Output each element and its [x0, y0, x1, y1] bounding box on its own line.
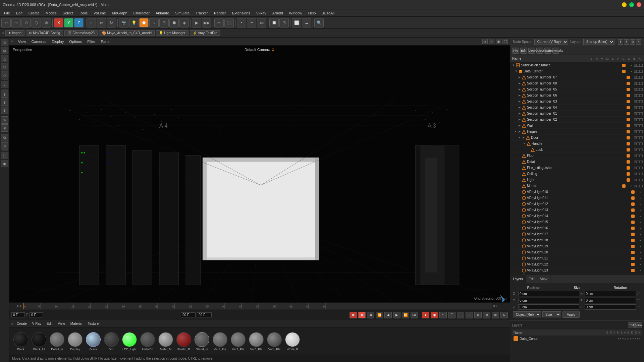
left-sidebar-btn-6[interactable]: L	[1, 81, 8, 88]
material-white-p[interactable]: White_P	[284, 331, 301, 352]
obj-row-vraylight013[interactable]: ▶ VRayLight013 ✓	[510, 207, 644, 213]
toolbar-undo[interactable]: ↩	[1, 18, 11, 27]
toolbar-extrude[interactable]: ⬛	[224, 18, 234, 27]
obj-row-section-05[interactable]: ▶ Section_number_05	[510, 86, 644, 93]
left-sidebar-btn-13[interactable]: ⊞	[1, 142, 8, 149]
toolbar-polygons[interactable]: ▭	[257, 18, 266, 27]
toolbar-floor[interactable]: ⬜	[292, 18, 301, 27]
node-space-select[interactable]: Current (V-Ray)	[534, 39, 568, 45]
transport-next-frame[interactable]: ⏩	[402, 312, 409, 318]
menu-extensions[interactable]: Extensions	[229, 10, 253, 16]
plugin-bar-menu[interactable]: ≡	[2, 31, 4, 35]
psr-size-b-input[interactable]	[585, 304, 636, 310]
toolbar-z-axis[interactable]: Z	[74, 18, 84, 27]
obj-row-data-center[interactable]: ▼ Data_Center ✓	[510, 68, 644, 74]
menu-simulate[interactable]: Simulate	[172, 10, 192, 16]
viewport-menu-view[interactable]: View	[16, 39, 28, 44]
menu-help[interactable]: Help	[306, 10, 319, 16]
panel-icon-2[interactable]: ⬇	[624, 39, 629, 45]
br-tab-view[interactable]: View	[537, 275, 550, 283]
toolbar-rotate[interactable]: ↻	[107, 18, 116, 27]
transport-dope-sheet[interactable]: ⋮⋮	[457, 312, 464, 318]
toolbar-camera[interactable]: 📷	[119, 18, 128, 27]
obj-row-vraylight022[interactable]: ▶ VRayLight022 ✓	[510, 261, 644, 267]
layers-btn-view[interactable]: View	[635, 322, 642, 328]
panel-icon-3[interactable]: ⊞	[630, 39, 635, 45]
layers-btn-edit[interactable]: Edit	[628, 322, 635, 328]
viewport-ctrl-1[interactable]: ⇲	[482, 39, 488, 44]
left-sidebar-btn-2[interactable]: ◎	[1, 47, 8, 54]
mat-menu-material[interactable]: Material	[68, 321, 85, 326]
material-black-m[interactable]: Black_M	[30, 331, 48, 352]
psr-pos-x-input[interactable]	[518, 291, 579, 296]
psr-size-p-input[interactable]	[585, 298, 636, 303]
material-var1-pla[interactable]: Var1_Pla	[211, 331, 229, 352]
obj-dot-s[interactable]	[622, 64, 626, 67]
psr-pos-z-input[interactable]	[518, 304, 579, 310]
obj-row-vraylight023[interactable]: ▶ VRayLight023 ✓	[510, 267, 644, 274]
obj-row-lock[interactable]: ▶ Lock	[510, 147, 644, 153]
panel-icon-1[interactable]: ⬆	[618, 39, 623, 45]
obj-toolbar-view[interactable]: View	[528, 48, 535, 54]
maximize-button[interactable]: □	[629, 2, 634, 7]
br-tab-edit[interactable]: Edit	[526, 275, 537, 283]
menu-tracker[interactable]: Tracker	[193, 10, 211, 16]
viewport-ctrl-2[interactable]: ⤢	[489, 39, 494, 44]
left-sidebar-btn-11[interactable]: ⊘	[1, 124, 8, 132]
transport-prev-frame[interactable]: ⏪	[376, 312, 383, 318]
menu-character[interactable]: Character	[131, 10, 152, 16]
obj-row-vraylight014[interactable]: ▶ VRayLight014 ✓	[510, 213, 644, 219]
transport-extra-3[interactable]: ⊕	[492, 312, 499, 318]
camera-settings-icon[interactable]: ⚙	[271, 48, 275, 52]
plugin-maya-arnold[interactable]: 🎨 Maya_Arnold_to_C4D_Arnold	[99, 30, 155, 36]
menu-create[interactable]: Create	[26, 10, 42, 16]
obj-row-fire-ext[interactable]: ▶ Fire_extinguisher	[510, 165, 644, 171]
menu-tools[interactable]: Tools	[76, 10, 90, 16]
obj-row-section-03[interactable]: ▶ Section_number_03	[510, 99, 644, 105]
toolbar-knife[interactable]: ✂	[214, 18, 224, 27]
material-detail-m[interactable]: Detail_m	[48, 331, 66, 352]
toolbar-polygon[interactable]: ⬟	[139, 18, 149, 27]
frame-preview-end-input[interactable]	[181, 312, 196, 317]
minimize-button[interactable]: −	[622, 2, 627, 7]
viewport-menu-filter[interactable]: Filter	[85, 39, 97, 44]
frame-start-input[interactable]	[30, 312, 43, 317]
left-sidebar-btn-7[interactable]: $	[1, 90, 8, 98]
material-var2-pla[interactable]: Var2_Pla	[229, 331, 247, 352]
toolbar-new-obj[interactable]: ⊕	[42, 18, 51, 27]
obj-row-vraylight017[interactable]: ▶ VRayLight017 ✓	[510, 231, 644, 237]
menu-3dtoall[interactable]: 3DToAll	[319, 10, 337, 16]
obj-row-light[interactable]: ▶ Light	[510, 177, 644, 183]
material-var4-pla[interactable]: Var4_Pla	[266, 331, 283, 352]
obj-row-vraylight012[interactable]: ▶ VRayLight012 ✓	[510, 201, 644, 207]
transport-play-forward[interactable]: ▶	[393, 312, 400, 318]
expand-subdivision[interactable]: ▼	[512, 64, 516, 67]
obj-row-marble[interactable]: ▶ Marble ✓	[510, 183, 644, 189]
obj-row-detail[interactable]: ▶ Detail	[510, 159, 644, 165]
plugin-import[interactable]: ⬆ Import	[5, 30, 24, 36]
obj-check-dc[interactable]: ✓	[630, 69, 634, 73]
menu-select[interactable]: Select	[60, 10, 76, 16]
toolbar-x-axis[interactable]: X	[54, 18, 63, 27]
toolbar-redo[interactable]: ↪	[11, 18, 21, 27]
toolbar-move[interactable]: ↔	[87, 18, 96, 27]
mat-menu-view[interactable]: View	[56, 321, 67, 326]
frame-current-input[interactable]	[11, 312, 25, 317]
obj-row-section-07[interactable]: ▶ Section_number_07	[510, 74, 644, 80]
left-sidebar-btn-15[interactable]: ◉	[1, 160, 8, 167]
obj-row-door[interactable]: ▼ ▶ Door	[510, 135, 644, 141]
transport-extra-2[interactable]: ⧉	[483, 312, 490, 318]
mat-menu-texture[interactable]: Texture	[86, 321, 101, 326]
materials-menu-icon[interactable]: ≡	[11, 322, 13, 325]
toolbar-search[interactable]: 🔍	[314, 18, 324, 27]
layout-select[interactable]: Startup (User)	[583, 39, 614, 45]
obj-row-vraylight020[interactable]: ▶ VRayLight020 ✓	[510, 249, 644, 255]
obj-row-vraylight021[interactable]: ▶ VRayLight021 ✓	[510, 255, 644, 261]
obj-row-section-08[interactable]: ▶ Section_number_08	[510, 80, 644, 86]
menu-edit[interactable]: Edit	[13, 10, 25, 16]
apply-button[interactable]: Apply	[562, 311, 580, 318]
material-stand-m[interactable]: Stand_m	[193, 331, 211, 352]
material-led-light[interactable]: LED_Light	[121, 331, 138, 352]
obj-row-vraylight016[interactable]: ▶ VRayLight016 ✓	[510, 225, 644, 231]
toolbar-deformer[interactable]: ⬢	[169, 18, 179, 27]
